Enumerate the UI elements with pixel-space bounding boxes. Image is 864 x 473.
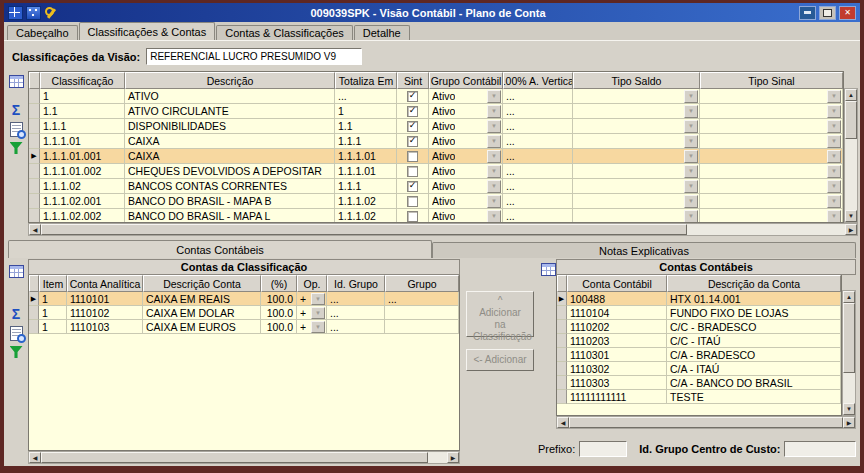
minimize-button[interactable]	[799, 6, 816, 20]
report-icon[interactable]	[10, 122, 23, 137]
scroll-thumb[interactable]	[569, 417, 843, 428]
scroll-track[interactable]	[687, 224, 845, 235]
report-icon[interactable]	[10, 326, 23, 341]
tipo-sinal-dropdown[interactable]	[827, 165, 841, 178]
classification-account-row[interactable]: 11110101CAIXA EM REAIS100.0+......	[29, 292, 459, 306]
main-grid-row[interactable]: 1.1.1DISPONIBILIDADES1.1Ativo...	[29, 119, 843, 134]
sint-checkbox[interactable]	[407, 181, 418, 192]
grupo-contabil-dropdown[interactable]	[487, 135, 501, 148]
scroll-up-icon[interactable]	[843, 291, 855, 303]
chart-account-row[interactable]: 1110202C/C - BRADESCO	[557, 320, 841, 334]
right-col-conta-cont-bil[interactable]: Conta Contábil	[567, 275, 667, 292]
main-col-descri-o[interactable]: Descrição	[125, 72, 335, 89]
tipo-sinal-dropdown[interactable]	[827, 135, 841, 148]
main-grid-row[interactable]: 1.1.1.02BANCOS CONTAS CORRENTES1.1.1Ativ…	[29, 179, 843, 194]
chart-account-row[interactable]: 1110104FUNDO FIXO DE LOJAS	[557, 306, 841, 320]
grupo-contabil-dropdown[interactable]	[487, 180, 501, 193]
main-grid-row[interactable]: 1ATIVO...Ativo...	[29, 89, 843, 104]
grupo-contabil-dropdown[interactable]	[487, 105, 501, 118]
main-col-sint[interactable]: Sint	[397, 72, 429, 89]
visao-input[interactable]: REFERENCIAL LUCRO PRESUMIDO V9	[146, 48, 362, 65]
bottom-tab-notas-explicativas[interactable]: Notas Explicativas	[432, 242, 856, 258]
scroll-right-icon[interactable]	[447, 452, 459, 463]
main-col-grupo-cont-bil[interactable]: Grupo Contábil	[429, 72, 503, 89]
grupo-contabil-dropdown[interactable]	[487, 210, 501, 223]
scroll-track[interactable]	[845, 139, 857, 210]
adicionar-button[interactable]: <- Adicionar	[466, 349, 534, 371]
tipo-saldo-dropdown[interactable]	[684, 150, 698, 163]
op-dropdown[interactable]	[311, 307, 325, 319]
sint-checkbox[interactable]	[407, 211, 418, 222]
scroll-left-icon[interactable]	[29, 224, 41, 235]
sum-icon[interactable]	[12, 308, 20, 321]
tab-classifica-es-contas[interactable]: Classificações & Contas	[79, 22, 216, 40]
adicionar-na-classificacao-button[interactable]: ^ Adicionar na Classificação	[466, 291, 534, 337]
sint-checkbox[interactable]	[407, 121, 418, 132]
right-grid-vscrollbar[interactable]	[842, 290, 856, 416]
tipo-saldo-dropdown[interactable]	[684, 180, 698, 193]
grid-icon[interactable]	[9, 265, 24, 278]
chart-account-row[interactable]: 100488HTX 01.14.001	[557, 292, 841, 306]
scroll-up-icon[interactable]	[845, 89, 857, 101]
op-dropdown[interactable]	[311, 293, 325, 305]
classification-account-row[interactable]: 11110102CAIXA EM DOLAR100.0+...	[29, 306, 459, 320]
main-grid-row[interactable]: 1.1.1.01.001CAIXA1.1.1.01Ativo...	[29, 149, 843, 164]
tipo-saldo-dropdown[interactable]	[684, 165, 698, 178]
tipo-saldo-dropdown[interactable]	[684, 135, 698, 148]
scroll-thumb[interactable]	[843, 303, 855, 373]
scroll-right-icon[interactable]	[843, 417, 855, 428]
main-col-tipo-saldo[interactable]: Tipo Saldo	[573, 72, 700, 89]
left-col-grupo[interactable]: Grupo	[385, 275, 459, 292]
grupo-contabil-dropdown[interactable]	[487, 165, 501, 178]
prefixo-input[interactable]	[579, 441, 627, 457]
left-col-id-grupo[interactable]: Id. Grupo	[327, 275, 385, 292]
tipo-saldo-dropdown[interactable]	[684, 105, 698, 118]
main-col-tipo-sinal[interactable]: Tipo Sinal	[700, 72, 843, 89]
tipo-sinal-dropdown[interactable]	[827, 150, 841, 163]
grid-icon[interactable]	[9, 75, 24, 88]
tab-cabe-alho[interactable]: Cabeçalho	[7, 25, 78, 40]
classification-account-row[interactable]: 11110103CAIXA EM EUROS100.0+...	[29, 320, 459, 334]
tipo-sinal-dropdown[interactable]	[827, 105, 841, 118]
main-col-totaliza-em[interactable]: Totaliza Em	[335, 72, 397, 89]
sint-checkbox[interactable]	[407, 151, 418, 162]
sint-checkbox[interactable]	[407, 196, 418, 207]
right-col-descri-o-da-conta[interactable]: Descrição da Conta	[667, 275, 841, 292]
chart-account-row[interactable]: 1110302C/A - ITAÚ	[557, 362, 841, 376]
grid-icon[interactable]	[541, 263, 556, 276]
grupo-contabil-dropdown[interactable]	[487, 150, 501, 163]
scroll-thumb[interactable]	[41, 452, 428, 463]
left-col-descri-o-conta[interactable]: Descrição Conta	[143, 275, 261, 292]
tipo-sinal-dropdown[interactable]	[827, 195, 841, 208]
left-col-item[interactable]: Item	[39, 275, 67, 292]
left-col-conta-anal-tica[interactable]: Conta Analítica	[67, 275, 143, 292]
scroll-down-icon[interactable]	[845, 210, 857, 222]
tipo-saldo-dropdown[interactable]	[684, 90, 698, 103]
main-grid-row[interactable]: 1.1.1.02.002BANCO DO BRASIL - MAPA L1.1.…	[29, 209, 843, 222]
chart-account-row[interactable]: 1110203C/C - ITAÚ	[557, 334, 841, 348]
close-button[interactable]	[839, 6, 856, 20]
grupo-contabil-dropdown[interactable]	[487, 195, 501, 208]
grupo-contabil-dropdown[interactable]	[487, 120, 501, 133]
tipo-sinal-dropdown[interactable]	[827, 120, 841, 133]
op-dropdown[interactable]	[311, 321, 325, 333]
grupo-contabil-dropdown[interactable]	[487, 90, 501, 103]
main-grid-vscrollbar[interactable]	[844, 88, 858, 223]
main-grid-row[interactable]: 1.1.1.01.002CHEQUES DEVOLVIDOS A DEPOSIT…	[29, 164, 843, 179]
main-grid-hscrollbar[interactable]	[28, 223, 858, 236]
left-col-[interactable]: (%)	[261, 275, 297, 292]
id-grupo-centro-custo-input[interactable]	[784, 441, 856, 457]
scroll-thumb[interactable]	[41, 224, 687, 235]
scroll-down-icon[interactable]	[843, 403, 855, 415]
chart-account-row[interactable]: 11111111111TESTE	[557, 390, 841, 404]
sum-icon[interactable]	[12, 104, 20, 117]
right-grid-hscrollbar[interactable]	[556, 416, 856, 429]
sint-checkbox[interactable]	[407, 136, 418, 147]
filter-icon[interactable]	[10, 142, 23, 154]
main-col-100-a-vertical[interactable]: 100% A. Vertical	[503, 72, 573, 89]
main-col-classifica-o[interactable]: Classificação	[40, 72, 125, 89]
tipo-saldo-dropdown[interactable]	[684, 120, 698, 133]
scroll-left-icon[interactable]	[29, 452, 41, 463]
sint-checkbox[interactable]	[407, 166, 418, 177]
left-col-op[interactable]: Op.	[297, 275, 327, 292]
